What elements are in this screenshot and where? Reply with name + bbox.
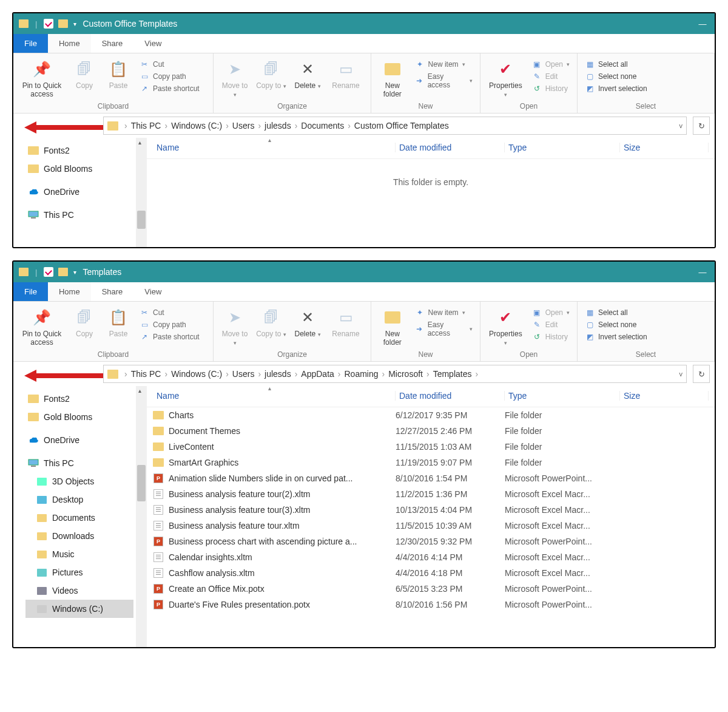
tree-item[interactable]: Downloads	[25, 527, 133, 545]
file-row[interactable]: Charts6/12/2017 9:35 PMFile folder	[147, 407, 715, 423]
copy-to-button[interactable]: 🗐 Copy to ▾	[255, 57, 288, 92]
pin-to-quick-access-button[interactable]: 📌 Pin to Quick access	[18, 57, 66, 101]
nav-tree[interactable]: Fonts2Gold BloomsOneDriveThis PC	[13, 138, 136, 247]
cut-button[interactable]: ✂Cut	[137, 59, 202, 69]
qat-properties-icon[interactable]	[43, 266, 54, 277]
tree-item[interactable]: This PC	[25, 454, 133, 472]
minimize-button[interactable]: —	[690, 13, 715, 34]
edit-button[interactable]: ✎Edit	[530, 72, 572, 81]
breadcrumb-item[interactable]: Windows (C:)	[171, 369, 222, 379]
paste-shortcut-button[interactable]: ↗Paste shortcut	[137, 84, 202, 93]
qat-newfolder-icon[interactable]	[58, 18, 69, 29]
pin-to-quick-access-button[interactable]: 📌 Pin to Quick access	[18, 305, 66, 349]
qat-properties-icon[interactable]	[43, 18, 54, 29]
title-bar[interactable]: | ▾ Templates —	[13, 262, 715, 282]
new-item-button[interactable]: ✦New item ▾	[413, 59, 475, 69]
tab-view[interactable]: View	[133, 282, 172, 301]
file-row[interactable]: Business analysis feature tour.xltm11/5/…	[147, 518, 715, 534]
tree-item[interactable]: Fonts2	[25, 390, 133, 408]
chevron-right-icon[interactable]: ›	[124, 369, 127, 379]
select-none-button[interactable]: ▢Select none	[582, 320, 650, 330]
tree-item[interactable]: Documents	[25, 509, 133, 527]
chevron-right-icon[interactable]: ›	[226, 369, 229, 379]
breadcrumb-item[interactable]: Templates	[433, 369, 472, 379]
breadcrumb-item[interactable]: julesds	[265, 369, 291, 379]
scroll-thumb[interactable]	[137, 465, 146, 501]
breadcrumb-item[interactable]: Windows (C:)	[171, 121, 222, 131]
tab-view[interactable]: View	[133, 34, 172, 53]
qat-dropdown-icon[interactable]: ▾	[73, 269, 76, 276]
breadcrumb-item[interactable]: AppData	[301, 369, 334, 379]
breadcrumb-item[interactable]: julesds	[265, 121, 291, 131]
breadcrumb-item[interactable]: Documents	[301, 121, 344, 131]
file-row[interactable]: SmartArt Graphics11/19/2015 9:07 PMFile …	[147, 455, 715, 470]
tree-item[interactable]: 3D Objects	[25, 472, 133, 490]
new-item-button[interactable]: ✦New item ▾	[413, 308, 475, 317]
minimize-button[interactable]: —	[690, 262, 715, 282]
delete-button[interactable]: ✕ Delete ▾	[291, 57, 324, 92]
copy-button[interactable]: 🗐 Copy	[69, 57, 99, 92]
nav-tree[interactable]: Fonts2Gold BloomsOneDriveThis PC3D Objec…	[13, 386, 136, 647]
column-header-size[interactable]: Size	[620, 143, 709, 152]
open-button[interactable]: ▣Open ▾	[530, 308, 572, 317]
chevron-right-icon[interactable]: ›	[295, 121, 298, 131]
paste-button[interactable]: 📋Paste	[103, 305, 133, 341]
file-row[interactable]: Calendar insights.xltm4/4/2016 4:14 PMMi…	[147, 549, 715, 565]
qat-dropdown-icon[interactable]: ▾	[73, 21, 76, 27]
easy-access-button[interactable]: ➜Easy access ▾	[413, 72, 475, 90]
chevron-right-icon[interactable]: ›	[258, 121, 261, 131]
tree-item[interactable]: Gold Blooms	[25, 408, 133, 426]
sidebar-scrollbar[interactable]: ▴	[136, 138, 147, 247]
scroll-thumb[interactable]	[137, 211, 146, 229]
tab-share[interactable]: Share	[91, 282, 134, 301]
easy-access-button[interactable]: ➜Easy access ▾	[413, 320, 475, 338]
file-row[interactable]: Cashflow analysis.xltm4/4/2016 4:18 PMMi…	[147, 565, 715, 581]
rename-button[interactable]: ▭Rename	[328, 305, 364, 341]
tab-home[interactable]: Home	[48, 34, 91, 53]
qat-folder-icon[interactable]	[18, 18, 29, 29]
column-header-date[interactable]: Date modified	[396, 143, 505, 152]
copy-path-button[interactable]: ▭Copy path	[137, 72, 202, 81]
column-header-name[interactable]: Name	[153, 391, 396, 401]
select-all-button[interactable]: ▦Select all	[582, 59, 650, 69]
sidebar-scrollbar[interactable]: ▴	[136, 386, 147, 647]
scroll-up-icon[interactable]: ▴	[138, 139, 141, 146]
breadcrumb-item[interactable]: Microsoft	[388, 369, 423, 379]
chevron-right-icon[interactable]: ›	[164, 369, 167, 379]
breadcrumb-item[interactable]: This PC	[131, 121, 161, 131]
tree-item[interactable]: OneDrive	[25, 431, 133, 449]
copy-button[interactable]: 🗐Copy	[69, 305, 99, 341]
column-header-size[interactable]: Size	[620, 391, 709, 401]
new-folder-button[interactable]: New folder	[376, 305, 409, 349]
tree-item[interactable]: This PC	[25, 206, 133, 224]
breadcrumb-item[interactable]: This PC	[131, 369, 161, 379]
chevron-right-icon[interactable]: ›	[124, 121, 127, 131]
chevron-right-icon[interactable]: ›	[348, 121, 351, 131]
properties-button[interactable]: ✔Properties ▾	[485, 305, 526, 349]
tree-item[interactable]: Gold Blooms	[25, 160, 133, 178]
history-button[interactable]: ↺History	[530, 332, 572, 342]
breadcrumb-item[interactable]: Users	[232, 121, 255, 131]
column-headers[interactable]: ▴ Name Date modified Type Size	[147, 138, 715, 159]
move-to-button[interactable]: ➤Move to ▾	[218, 305, 251, 349]
copy-to-button[interactable]: 🗐Copy to ▾	[255, 305, 288, 341]
invert-selection-button[interactable]: ◩Invert selection	[582, 332, 650, 342]
tree-item[interactable]: OneDrive	[25, 183, 133, 201]
history-button[interactable]: ↺History	[530, 84, 572, 93]
tree-item[interactable]: Pictures	[25, 563, 133, 581]
chevron-right-icon[interactable]: ›	[258, 369, 261, 379]
tab-home[interactable]: Home	[48, 282, 91, 301]
delete-button[interactable]: ✕Delete ▾	[291, 305, 324, 341]
column-header-type[interactable]: Type	[505, 391, 620, 401]
chevron-right-icon[interactable]: ›	[475, 369, 478, 379]
file-row[interactable]: Business analysis feature tour(3).xltm10…	[147, 502, 715, 518]
refresh-button[interactable]: ↻	[693, 117, 710, 135]
tree-item[interactable]: Windows (C:)	[25, 600, 133, 618]
tree-item[interactable]: Music	[25, 545, 133, 563]
breadcrumb-item[interactable]: Custom Office Templates	[354, 121, 449, 131]
column-header-date[interactable]: Date modified	[396, 391, 505, 401]
move-to-button[interactable]: ➤ Move to ▾	[218, 57, 251, 101]
refresh-button[interactable]: ↻	[693, 365, 710, 383]
chevron-right-icon[interactable]: ›	[426, 369, 430, 379]
chevron-right-icon[interactable]: ›	[226, 121, 229, 131]
